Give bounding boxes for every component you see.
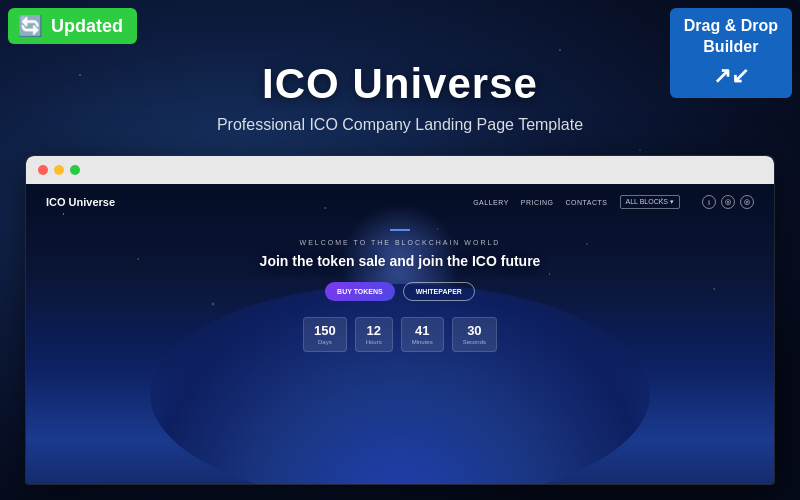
dnd-line2: Builder xyxy=(703,38,758,55)
dnd-line1: Drag & Drop xyxy=(684,17,778,34)
countdown-seconds: 30 Seconds xyxy=(452,317,497,352)
countdown-days-value: 150 xyxy=(314,324,336,337)
browser-toolbar xyxy=(26,156,774,184)
nav-icon-2: ◎ xyxy=(721,195,735,209)
arrows-icon: ↗↙ xyxy=(684,62,778,91)
browser-content: ICO Universe GALLERY PRICING CONTACTS AL… xyxy=(26,184,774,484)
browser-navbar: ICO Universe GALLERY PRICING CONTACTS AL… xyxy=(26,184,774,220)
browser-mockup: ICO Universe GALLERY PRICING CONTACTS AL… xyxy=(25,155,775,485)
nav-link-contacts: CONTACTS xyxy=(566,199,608,206)
browser-dot-green xyxy=(70,165,80,175)
nav-link-pricing: PRICING xyxy=(521,199,554,206)
buy-tokens-button[interactable]: BUY TOKENS xyxy=(325,282,395,301)
hero-main-title: Join the token sale and join the ICO fut… xyxy=(26,252,774,270)
page-subtitle: Professional ICO Company Landing Page Te… xyxy=(0,116,800,134)
dnd-badge: Drag & Drop Builder ↗↙ xyxy=(670,8,792,98)
whitepaper-button[interactable]: WHITEPAPER xyxy=(403,282,475,301)
nav-icon-3: ◎ xyxy=(740,195,754,209)
countdown-hours: 12 Hours xyxy=(355,317,393,352)
countdown-days: 150 Days xyxy=(303,317,347,352)
countdown-minutes: 41 Minutes xyxy=(401,317,444,352)
countdown-timer: 150 Days 12 Hours 41 Minutes 30 Seconds xyxy=(26,317,774,352)
updated-label: Updated xyxy=(51,16,123,37)
welcome-line-decoration xyxy=(390,229,410,231)
countdown-hours-value: 12 xyxy=(366,324,382,337)
nav-blocks-dropdown[interactable]: ALL BLOCKS ▾ xyxy=(620,195,681,209)
countdown-minutes-value: 41 xyxy=(412,324,433,337)
cta-buttons: BUY TOKENS WHITEPAPER xyxy=(26,282,774,301)
refresh-icon: 🔄 xyxy=(18,14,43,38)
browser-dot-red xyxy=(38,165,48,175)
countdown-days-label: Days xyxy=(314,339,336,345)
countdown-seconds-value: 30 xyxy=(463,324,486,337)
countdown-seconds-label: Seconds xyxy=(463,339,486,345)
nav-links: GALLERY PRICING CONTACTS ALL BLOCKS ▾ i … xyxy=(473,195,754,209)
welcome-text: WELCOME TO THE BLOCKCHAIN WORLD xyxy=(26,239,774,246)
nav-link-gallery: GALLERY xyxy=(473,199,509,206)
countdown-minutes-label: Minutes xyxy=(412,339,433,345)
nav-brand: ICO Universe xyxy=(46,196,115,208)
updated-badge: 🔄 Updated xyxy=(8,8,137,44)
countdown-hours-label: Hours xyxy=(366,339,382,345)
nav-icons: i ◎ ◎ xyxy=(702,195,754,209)
nav-icon-1: i xyxy=(702,195,716,209)
browser-dot-yellow xyxy=(54,165,64,175)
browser-hero: WELCOME TO THE BLOCKCHAIN WORLD Join the… xyxy=(26,229,774,352)
